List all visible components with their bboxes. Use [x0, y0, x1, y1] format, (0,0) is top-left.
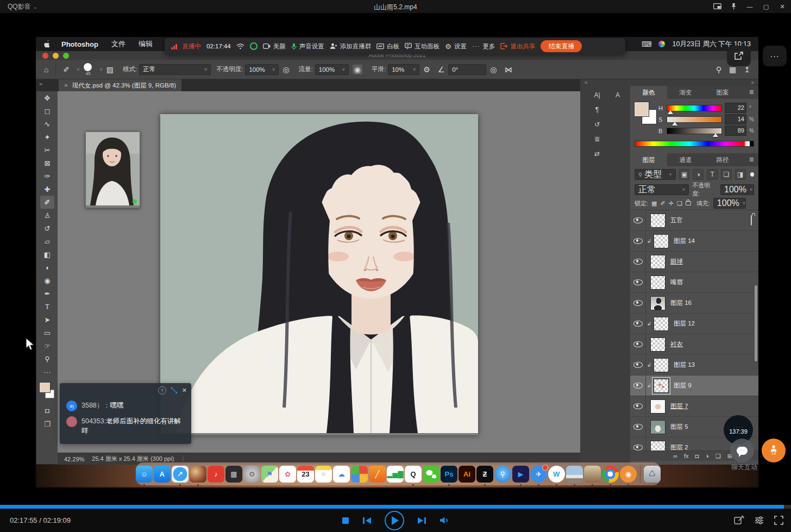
foreground-color-swatch[interactable]: [635, 102, 649, 116]
pin-on-top-icon[interactable]: [729, 3, 738, 11]
layer-thumbnail[interactable]: [654, 379, 669, 393]
collapsed-panel-icon[interactable]: A: [616, 91, 620, 99]
tool-quick-selection[interactable]: ✦: [40, 130, 54, 143]
layer-thumbnail[interactable]: [650, 214, 666, 228]
dock-icon-stock-chart[interactable]: ▂▅▇: [387, 466, 404, 483]
dock-icon-w-app[interactable]: W: [548, 466, 565, 483]
tool-zoom[interactable]: ⚲: [40, 352, 54, 365]
lock-option-icon[interactable]: ✛: [669, 200, 674, 207]
layer-thumbnail[interactable]: [654, 234, 669, 248]
menu-item[interactable]: 编辑: [139, 39, 153, 49]
layers-footer-icon[interactable]: ◑: [705, 453, 709, 459]
dock-icon-finder[interactable]: ☺: [136, 466, 153, 483]
minimize-icon[interactable]: —: [745, 3, 754, 10]
layer-row[interactable]: ↲ 图层 16: [630, 293, 758, 314]
slider-track[interactable]: [667, 116, 722, 123]
layer-thumbnail[interactable]: [650, 399, 666, 414]
collapse-panels-icon[interactable]: «: [585, 79, 588, 85]
layer-row[interactable]: ↲ 衬衣: [630, 334, 758, 355]
members-button[interactable]: 14: [762, 439, 786, 462]
stop-button[interactable]: [342, 517, 349, 524]
layer-filter-kind-icon[interactable]: ◑: [693, 169, 704, 180]
layer-row[interactable]: ↲ 图层 12: [630, 314, 758, 334]
volume-button[interactable]: [440, 516, 450, 524]
tool-smudge[interactable]: ◉: [40, 274, 54, 287]
layer-filter-kind-icon[interactable]: ❏: [721, 169, 732, 180]
whiteboard-button[interactable]: 白板: [376, 42, 399, 51]
tab-gradient[interactable]: 渐变: [667, 86, 704, 99]
layers-footer-icon[interactable]: ❏: [715, 453, 721, 460]
slider-thumb[interactable]: [713, 133, 718, 137]
dock-icon-wechat[interactable]: [423, 466, 440, 483]
tool-clone-stamp[interactable]: ♙: [40, 209, 54, 222]
opacity-select[interactable]: 100%˅: [245, 64, 279, 75]
layers-scrollbar[interactable]: [755, 285, 757, 361]
smoothing-select[interactable]: 10%˅: [388, 64, 419, 75]
chat-bubble-button[interactable]: ···: [730, 439, 754, 462]
tool-crop[interactable]: ✂: [40, 143, 54, 157]
resize-icon[interactable]: [171, 387, 178, 394]
chevron-down-icon[interactable]: ˅: [77, 67, 79, 72]
layer-visibility-cell[interactable]: [630, 314, 646, 334]
lock-option-icon[interactable]: ❏: [677, 200, 682, 207]
dock-icon-appstore[interactable]: A: [154, 466, 171, 483]
eye-icon[interactable]: [633, 445, 643, 450]
layer-visibility-cell[interactable]: [630, 375, 646, 396]
tool-path-select[interactable]: ➤: [40, 313, 54, 326]
tool-paint-bucket[interactable]: ◧: [40, 248, 54, 261]
layer-name[interactable]: 图层 7: [670, 402, 688, 410]
smoothing-options-gear-icon[interactable]: ⚙: [423, 65, 430, 74]
tool-move[interactable]: ✥: [40, 91, 54, 104]
layer-row[interactable]: ↲ 五官: [630, 210, 758, 231]
dock-icon-safari[interactable]: ↗: [172, 466, 189, 483]
slider-thumb[interactable]: [668, 110, 673, 114]
document-tab[interactable]: × 现代女.psd @ 42.3% (图层 9, RGB/8): [59, 79, 181, 91]
layer-blend-mode-select[interactable]: 正常˅: [635, 184, 689, 195]
collapsed-panel-icon[interactable]: ¶: [595, 106, 599, 114]
layer-row[interactable]: ↲ 眼球: [630, 252, 758, 272]
dock-icon-notes[interactable]: ≡: [315, 466, 332, 483]
dock-icon-maps[interactable]: ⚑: [261, 466, 278, 483]
dock-icon-netease-music[interactable]: ♪: [208, 466, 224, 483]
chevron-down-icon[interactable]: ˅: [99, 67, 102, 72]
eye-icon[interactable]: [633, 217, 643, 223]
tab-close-icon[interactable]: ×: [64, 82, 68, 89]
dock-icon-illustrator[interactable]: Ai: [459, 466, 475, 483]
overlay-more-button[interactable]: ···: [763, 46, 787, 66]
layer-name[interactable]: 衬衣: [670, 340, 683, 348]
filter-toggle-pin[interactable]: [750, 172, 754, 177]
layer-name[interactable]: 五官: [670, 216, 683, 224]
chat-overlay[interactable]: ? ✕ 8) 3588）：嘿嘿 504353:老师后面补的细化有讲解咩: [60, 383, 191, 444]
slider-value[interactable]: 89: [725, 126, 746, 136]
previous-button[interactable]: [362, 517, 372, 524]
input-source-icon[interactable]: ⌨: [642, 40, 652, 48]
layer-thumbnail[interactable]: [650, 255, 666, 269]
slider-value[interactable]: 22: [725, 103, 746, 113]
layer-thumbnail[interactable]: [650, 337, 666, 352]
dock-icon-bird-app[interactable]: ✈: [530, 466, 547, 483]
brush-angle-input[interactable]: 0°: [448, 64, 486, 75]
slider-thumb[interactable]: [672, 122, 677, 126]
status-chevron-icon[interactable]: 〉: [181, 455, 187, 463]
layer-visibility-cell[interactable]: [630, 355, 646, 375]
tool-eyedropper[interactable]: ✑: [40, 170, 54, 183]
layer-visibility-cell[interactable]: [630, 437, 646, 450]
collapse-tools-icon[interactable]: »: [39, 80, 42, 87]
layer-row[interactable]: ↲ 嘴唇: [630, 272, 758, 293]
layer-thumbnail[interactable]: [650, 276, 666, 290]
dock-icon-system-settings[interactable]: ⚙: [243, 466, 260, 483]
eye-icon[interactable]: [633, 362, 643, 368]
layer-row[interactable]: ↲ 图层 13: [630, 355, 758, 375]
chat-username[interactable]: 504353:: [81, 417, 106, 425]
dock-icon-orange-cam[interactable]: ◉: [620, 466, 637, 483]
panel-menu-icon[interactable]: ≣: [749, 156, 754, 163]
layer-fill-select[interactable]: 100%˅: [713, 198, 746, 209]
layer-thumbnail[interactable]: [654, 358, 669, 372]
add-stream-group-button[interactable]: 添加直播群: [330, 42, 372, 51]
eye-icon[interactable]: [633, 321, 643, 327]
dock-icon-photos[interactable]: ✿: [279, 466, 296, 483]
dock-icon-baidu-netdisk[interactable]: ☁: [333, 466, 350, 483]
dock-icon-fireball-game[interactable]: [190, 466, 206, 483]
quick-mask-icon[interactable]: ◘: [45, 406, 49, 415]
panel-menu-icon[interactable]: ≣: [749, 89, 754, 96]
